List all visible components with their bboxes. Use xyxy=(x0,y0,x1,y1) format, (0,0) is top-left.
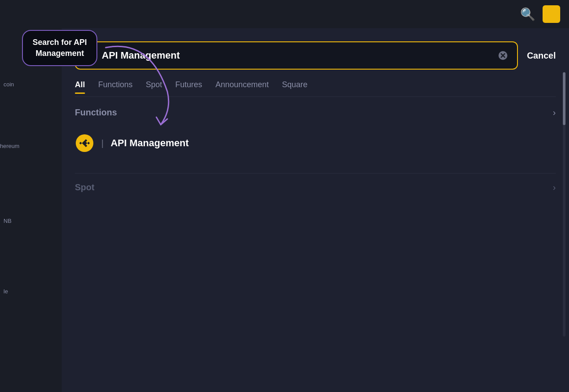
tab-spot[interactable]: Spot xyxy=(146,80,162,93)
spot-section: Spot › xyxy=(75,173,556,192)
tab-all[interactable]: All xyxy=(75,80,85,93)
tab-functions[interactable]: Functions xyxy=(98,80,133,93)
main-area: 🔍 Cancel All Functions Spot Futures Anno… xyxy=(62,28,569,392)
search-icon[interactable]: 🔍 xyxy=(520,7,536,22)
sidebar: coin hereum NB le xyxy=(0,28,62,392)
search-box: 🔍 xyxy=(75,41,518,70)
scrollbar[interactable] xyxy=(563,72,565,337)
tooltip-text: Search for API Management xyxy=(33,37,87,59)
spot-section-arrow[interactable]: › xyxy=(553,182,556,192)
results-area: Functions › | API Management xyxy=(62,97,569,212)
result-api-management[interactable]: | API Management xyxy=(75,126,556,160)
functions-section-arrow[interactable]: › xyxy=(553,107,556,118)
spot-section-title: Spot xyxy=(75,182,94,192)
result-separator: | xyxy=(101,138,103,148)
filter-tabs: All Functions Spot Futures Announcement … xyxy=(62,70,569,93)
clear-button[interactable] xyxy=(498,50,508,61)
functions-section-title: Functions xyxy=(75,107,117,118)
sidebar-label-bnb: NB xyxy=(4,218,11,224)
top-bar: 🔍 xyxy=(0,0,569,28)
functions-section-header: Functions › xyxy=(75,107,556,118)
cancel-button[interactable]: Cancel xyxy=(527,51,556,61)
tab-square[interactable]: Square xyxy=(282,80,307,93)
search-input[interactable] xyxy=(102,50,492,61)
sidebar-label-ethereum: hereum xyxy=(0,143,19,149)
sidebar-label-other: le xyxy=(4,288,8,295)
sidebar-label-bitcoin: coin xyxy=(4,81,14,88)
result-icon-binance xyxy=(75,133,94,153)
tab-announcement[interactable]: Announcement xyxy=(215,80,269,93)
search-container: 🔍 Cancel xyxy=(62,28,569,70)
scrollbar-thumb xyxy=(563,72,565,125)
tab-futures[interactable]: Futures xyxy=(175,80,202,93)
spot-section-header: Spot › xyxy=(75,182,556,192)
result-text-api-management: API Management xyxy=(111,137,188,149)
avatar[interactable] xyxy=(543,5,560,23)
tooltip-bubble: Search for API Management xyxy=(22,30,97,66)
